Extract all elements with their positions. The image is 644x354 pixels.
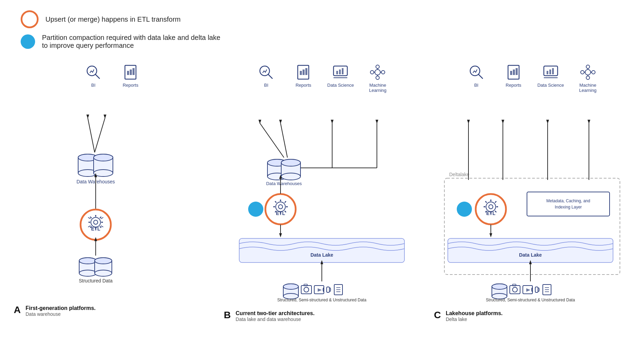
- svg-point-59: [375, 69, 380, 75]
- icon-bi-a: BI: [80, 63, 107, 88]
- legend-partition-text: Partition compaction required with data …: [42, 34, 220, 50]
- svg-point-83: [281, 173, 300, 180]
- svg-point-155: [457, 202, 472, 217]
- svg-marker-102: [279, 233, 282, 237]
- svg-point-63: [381, 71, 385, 74]
- svg-rect-183: [535, 287, 538, 292]
- svg-marker-147: [502, 120, 504, 124]
- svg-rect-152: [527, 192, 610, 216]
- svg-marker-74: [331, 120, 334, 124]
- svg-point-60: [376, 65, 379, 68]
- svg-rect-126: [513, 69, 515, 75]
- svg-marker-182: [526, 288, 530, 292]
- orange-circle-icon: [21, 10, 39, 28]
- svg-rect-170: [448, 238, 613, 262]
- caption-c: C Lakehouse platforms. Delta lake: [434, 310, 630, 322]
- svg-marker-145: [467, 120, 470, 124]
- svg-rect-180: [513, 284, 516, 286]
- icon-ml-c: Machine Learning: [574, 63, 602, 93]
- svg-rect-4: [130, 69, 132, 75]
- svg-point-110: [283, 284, 298, 289]
- svg-rect-111: [301, 286, 312, 294]
- svg-point-112: [304, 287, 309, 292]
- svg-point-17: [94, 154, 113, 161]
- svg-line-6: [88, 118, 95, 152]
- diagram-a: BI Reports: [14, 63, 210, 317]
- svg-line-8: [95, 118, 105, 152]
- svg-marker-151: [588, 120, 590, 124]
- svg-rect-57: [339, 69, 341, 74]
- icon-bi-c: BI: [463, 63, 490, 93]
- icon-reports-a: Reports: [117, 63, 144, 88]
- legend-item-upsert: Upsert (or merge) happens in ETL transfo…: [21, 10, 630, 28]
- svg-point-46: [95, 258, 112, 264]
- diagram-b-svg: Data Warehouses ETL: [232, 96, 411, 302]
- svg-point-136: [581, 71, 584, 74]
- svg-rect-132: [552, 68, 554, 74]
- svg-point-62: [370, 71, 374, 74]
- icon-reports-b: Reports: [289, 63, 317, 93]
- svg-marker-115: [318, 288, 322, 292]
- svg-rect-103: [239, 238, 404, 262]
- svg-text:Data Warehouses: Data Warehouses: [266, 181, 302, 186]
- svg-text:Structured, Semi-structured & : Structured, Semi-structured & Unstructur…: [486, 298, 575, 302]
- svg-text:Indexing Layer: Indexing Layer: [555, 205, 582, 210]
- svg-text:ETL: ETL: [91, 226, 101, 232]
- icon-datascience-c: Data Science: [537, 63, 564, 93]
- svg-marker-69: [258, 120, 261, 124]
- svg-point-84: [281, 159, 300, 166]
- icon-row-c: BI Reports Data Scien: [434, 63, 630, 93]
- svg-rect-116: [327, 287, 329, 292]
- svg-line-49: [268, 74, 272, 78]
- svg-marker-169: [489, 233, 492, 237]
- svg-point-86: [248, 202, 263, 217]
- legend-section: Upsert (or merge) happens in ETL transfo…: [14, 10, 630, 50]
- icon-reports-c: Reports: [500, 63, 527, 93]
- svg-point-134: [586, 65, 590, 68]
- legend-upsert-text: Upsert (or merge) happens in ETL transfo…: [45, 15, 181, 23]
- svg-point-135: [586, 76, 590, 79]
- svg-rect-58: [342, 68, 344, 74]
- svg-point-177: [492, 284, 507, 289]
- svg-rect-113: [304, 284, 307, 286]
- diagram-c-svg: Deltalake Metadata, Caching, and Indexin…: [441, 96, 623, 302]
- svg-rect-5: [133, 68, 135, 75]
- svg-point-45: [95, 270, 112, 276]
- svg-marker-149: [546, 120, 549, 124]
- svg-rect-53: [305, 68, 307, 75]
- svg-point-179: [513, 287, 517, 292]
- svg-rect-51: [300, 71, 302, 75]
- svg-text:ETL: ETL: [276, 211, 285, 216]
- svg-text:ETL: ETL: [486, 211, 496, 216]
- svg-text:Metadata, Caching, and: Metadata, Caching, and: [546, 199, 590, 203]
- svg-line-1: [95, 74, 99, 78]
- svg-text:Deltalake: Deltalake: [449, 172, 469, 177]
- svg-rect-127: [516, 68, 518, 75]
- blue-dot-icon: [21, 34, 35, 49]
- svg-point-41: [79, 270, 96, 276]
- svg-point-133: [585, 69, 591, 75]
- svg-marker-7: [86, 115, 89, 119]
- icon-ml-b: Machine Learning: [364, 63, 391, 93]
- svg-text:Data Lake: Data Lake: [310, 252, 333, 258]
- svg-rect-52: [303, 69, 305, 75]
- svg-line-68: [260, 123, 284, 158]
- svg-point-42: [79, 258, 96, 264]
- caption-a: A First-generation platforms. Data wareh…: [14, 305, 210, 317]
- diagram-c: BI Reports Data Scien: [434, 63, 630, 322]
- svg-rect-178: [510, 286, 520, 294]
- legend-item-partition: Partition compaction required with data …: [21, 34, 630, 50]
- svg-text:Data Lake: Data Lake: [519, 252, 542, 258]
- svg-point-61: [376, 76, 379, 79]
- svg-line-123: [478, 74, 483, 78]
- svg-line-70: [281, 123, 287, 158]
- icon-row-a: BI Reports: [14, 63, 210, 88]
- icon-datascience-b: Data Science: [327, 63, 354, 93]
- svg-rect-3: [127, 71, 129, 75]
- icon-row-b: BI Reports Data Scien: [224, 63, 420, 93]
- svg-marker-71: [279, 120, 282, 124]
- svg-rect-56: [336, 71, 338, 74]
- svg-text:Structured, Semi-structured & : Structured, Semi-structured & Unstructur…: [277, 298, 367, 302]
- svg-marker-9: [104, 115, 106, 119]
- diagram-b: BI Reports Data Scien: [224, 63, 420, 322]
